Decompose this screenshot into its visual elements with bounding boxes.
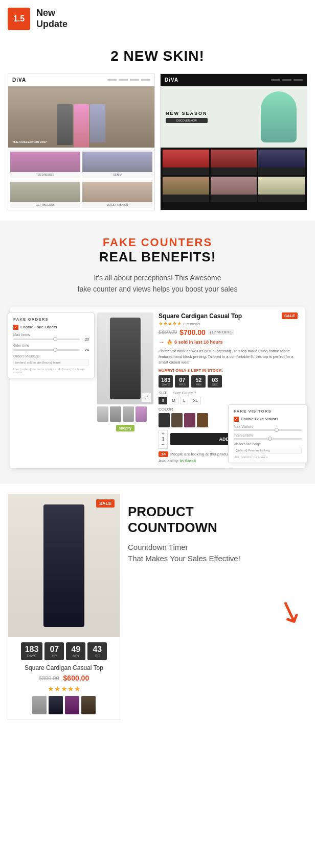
section-new-skin: 2 NEW SKIN! DiVA THE COLLECT (0, 38, 315, 221)
interval-slider[interactable] (234, 438, 302, 440)
product-thumb[interactable] (136, 406, 147, 422)
skin2-product-img (163, 177, 209, 195)
max-items-slider[interactable] (13, 339, 80, 340)
real-benefits-title: REAL BENEFITS! (8, 249, 307, 265)
looking-text: People are looking at this product (170, 452, 231, 456)
countdown-timer-min: 49 MIN (66, 642, 85, 660)
skin2-product (258, 177, 305, 202)
countdown-sec-num: 03 (210, 377, 219, 383)
product-main-image: ⤢ (97, 312, 153, 404)
countdown-showcase: SALE 183 DAYS 07 HR 49 MIN (8, 494, 307, 720)
timer-min-label: MIN (70, 654, 81, 658)
countdown-thumbs (13, 696, 115, 714)
zoom-icon[interactable]: ⤢ (142, 393, 151, 402)
max-items-slider-row: 20 (13, 337, 89, 341)
discount-badge: (17 % OFF) (208, 329, 234, 335)
size-option-s[interactable]: S (159, 397, 167, 404)
header: 1.5 New Update (0, 0, 315, 38)
countdown-thumb[interactable] (81, 696, 96, 714)
product-thumb[interactable] (97, 406, 108, 422)
sale-price: $700.00 (179, 328, 206, 336)
timer-days-label: DAYS (25, 654, 39, 658)
skin2-product (163, 177, 209, 202)
qty-decrease[interactable]: − (162, 442, 165, 447)
skin1-product-img (82, 152, 152, 172)
slider-thumb (268, 437, 272, 441)
countdown-sec: 03 SEC (208, 375, 222, 388)
interval-slider-row (234, 438, 302, 440)
skin2-product-img (163, 150, 209, 167)
color-swatch-purple[interactable] (184, 413, 195, 427)
visitors-message-textarea[interactable]: {visitors} Persons looking (234, 447, 302, 454)
availability-value: In Stock (180, 459, 196, 463)
max-visitors-slider[interactable] (234, 429, 302, 431)
fake-visitors-checkbox-label: Enable Fake Visitors (241, 417, 278, 421)
skin2-hero-btn: DISCOVER NOW (166, 118, 208, 123)
skin1-logo: DiVA (12, 77, 26, 83)
timer-sc-num: 43 (92, 645, 103, 654)
product-thumb[interactable] (110, 406, 121, 422)
color-swatch-black[interactable] (159, 413, 170, 427)
color-swatch-tan[interactable] (197, 413, 208, 427)
skin1-product-img (10, 182, 80, 202)
fake-counters-desc: It's all about perceptions! This Awesome… (8, 272, 307, 295)
countdown-days-num: 183 (161, 377, 170, 383)
product-info-header: Square Cardigan Casual Top SALE › (159, 312, 300, 320)
skin-previews: DiVA THE COLLECTION 2017 (8, 74, 307, 210)
skin1-figure (57, 104, 73, 145)
size-option-xl[interactable]: XL (190, 397, 201, 404)
header-line2: Update (36, 19, 68, 29)
skin1-product-img (10, 152, 80, 172)
product-description: Perfect for work as well as casual dress… (159, 348, 300, 366)
color-swatch-brown[interactable] (171, 413, 183, 427)
countdown-thumb[interactable] (49, 696, 63, 714)
countdown-timer-hr: 07 HR (44, 642, 64, 660)
size-options: S M L XL (159, 397, 300, 404)
qty-increase[interactable]: + (162, 431, 165, 437)
countdown-sale-badge: SALE (96, 499, 115, 508)
skin2-product (258, 150, 305, 175)
countdown-price-row: $800.00 $600.00 (13, 674, 115, 682)
skin1-product-label: LATEST FASHION (107, 203, 128, 206)
countdown-hrs-num: 07 (177, 377, 187, 383)
fake-orders-checkbox[interactable]: ✓ (13, 325, 18, 330)
orders-message-textarea[interactable]: {orders} sold in last {hours} hours (13, 359, 89, 366)
qty-value: 1 (162, 437, 165, 442)
fake-orders-panel-title: FAKE ORDERS (13, 317, 89, 322)
skin1-nav-link (107, 79, 117, 81)
countdown-thumb[interactable] (65, 696, 79, 714)
size-option-l[interactable]: L (180, 397, 188, 404)
order-time-value: 24 (82, 348, 89, 352)
timer-min-num: 49 (70, 645, 81, 654)
size-option-m[interactable]: M (169, 397, 178, 404)
product-thumb[interactable] (123, 406, 134, 422)
size-label-text: SIZE (159, 391, 168, 395)
skin1-product-label: DENIM (113, 173, 121, 176)
fake-visitors-checkbox[interactable]: ✓ (234, 417, 239, 422)
max-visitors-label: Max Visitors (234, 425, 302, 428)
countdown-thumb[interactable] (32, 696, 47, 714)
skin1-product-label: TEE DRESSES (36, 173, 54, 176)
skin2-product-img (211, 177, 257, 195)
product-demo: FAKE ORDERS ✓ Enable Fake Orders Max Ite… (10, 307, 305, 468)
fake-visitors-checkbox-row: ✓ Enable Fake Visitors (234, 417, 302, 422)
skin2-product-img (258, 177, 305, 195)
countdown-min-label: MIN (194, 383, 203, 386)
sold-indicator: → 🔥 6 sold in last 18 hours (159, 339, 300, 346)
timer-hr-num: 07 (49, 645, 60, 654)
product-stars: ★★★★★ 2 reviews (159, 321, 300, 326)
skin1-product: TEE DRESSES (10, 150, 80, 178)
countdown-original-price: $800.00 (39, 675, 59, 681)
order-time-label: Oder time (13, 344, 89, 347)
size-guide-link[interactable]: Size Guide ? (173, 391, 196, 395)
qty-control: + 1 − (159, 430, 168, 449)
skin2-product (163, 150, 209, 175)
size-label: SIZE Size Guide ? (159, 391, 300, 395)
sold-arrow-icon: → (159, 339, 165, 346)
visitors-message-label: Visitors Message (234, 442, 302, 446)
skin1-hero-figures (57, 104, 105, 148)
sale-badge: SALE (282, 312, 298, 319)
order-time-slider[interactable] (13, 349, 80, 351)
section-countdown: SALE 183 DAYS 07 HR 49 MIN (0, 484, 315, 735)
product-images: ⤢ shopify (97, 312, 153, 463)
